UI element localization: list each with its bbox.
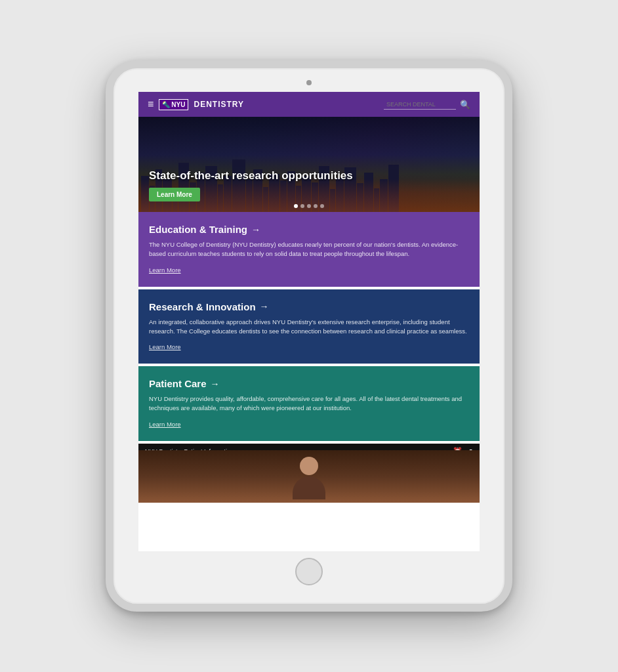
- hero-dot-4[interactable]: [314, 204, 318, 208]
- header-left: ≡ 🔦 NYU DENTISTRY: [148, 98, 244, 110]
- patient-care-learn-more-link[interactable]: Learn More: [149, 421, 181, 428]
- video-person: [293, 457, 325, 496]
- site-header: ≡ 🔦 NYU DENTISTRY 🔍: [138, 92, 480, 117]
- patient-care-card-text: NYU Dentistry provides quality, affordab…: [149, 394, 469, 413]
- tablet-frame: ≡ 🔦 NYU DENTISTRY 🔍: [106, 60, 512, 612]
- video-person-head: [300, 457, 318, 475]
- patient-care-card: Patient Care → NYU Dentistry provides qu…: [138, 366, 480, 441]
- header-search: 🔍: [384, 100, 470, 110]
- video-person-body: [293, 476, 325, 499]
- education-title-text: Education & Training: [149, 224, 247, 235]
- site-wrapper: ≡ 🔦 NYU DENTISTRY 🔍: [138, 92, 480, 551]
- research-card: Research & Innovation → An integrated, c…: [138, 289, 480, 364]
- hero-dot-3[interactable]: [307, 204, 311, 208]
- dentistry-label: DENTISTRY: [191, 100, 244, 109]
- search-input[interactable]: [384, 100, 456, 110]
- tablet-home-button[interactable]: [295, 558, 323, 585]
- research-card-text: An integrated, collaborative approach dr…: [149, 318, 469, 337]
- tablet-screen: ≡ 🔦 NYU DENTISTRY 🔍: [138, 92, 480, 551]
- patient-care-title-text: Patient Care: [149, 378, 207, 389]
- hero-dots: [294, 204, 324, 208]
- education-learn-more-link[interactable]: Learn More: [149, 266, 181, 274]
- education-arrow-icon: →: [251, 224, 260, 235]
- patient-care-card-title[interactable]: Patient Care →: [149, 378, 469, 389]
- hero-content: State-of-the-art research opportunities …: [149, 169, 353, 201]
- education-card-text: The NYU College of Dentistry (NYU Dentis…: [149, 240, 469, 259]
- research-arrow-icon: →: [260, 301, 269, 312]
- hero-dot-1[interactable]: [294, 204, 298, 208]
- video-section[interactable]: NYU Dentistry Patient Information ⏰ ↗: [138, 444, 480, 503]
- research-learn-more-link[interactable]: Learn More: [149, 343, 181, 350]
- search-icon[interactable]: 🔍: [460, 100, 470, 110]
- menu-icon[interactable]: ≡: [148, 98, 154, 110]
- patient-care-arrow-icon: →: [211, 379, 220, 389]
- tablet-camera: [306, 80, 312, 85]
- nyu-label: NYU: [171, 101, 185, 108]
- nyu-logo: 🔦 NYU DENTISTRY: [159, 99, 244, 110]
- hero-title: State-of-the-art research opportunities: [149, 169, 353, 182]
- hero-section: State-of-the-art research opportunities …: [138, 117, 480, 212]
- nyu-torch-logo: 🔦 NYU: [159, 99, 188, 110]
- hero-learn-more-button[interactable]: Learn More: [149, 188, 200, 201]
- research-card-title[interactable]: Research & Innovation →: [149, 301, 469, 312]
- hero-dot-5[interactable]: [320, 204, 324, 208]
- hero-dot-2[interactable]: [300, 204, 304, 208]
- research-title-text: Research & Innovation: [149, 301, 256, 312]
- education-card: Education & Training → The NYU College o…: [138, 212, 480, 287]
- torch-icon: 🔦: [162, 101, 170, 108]
- education-card-title[interactable]: Education & Training →: [149, 224, 469, 235]
